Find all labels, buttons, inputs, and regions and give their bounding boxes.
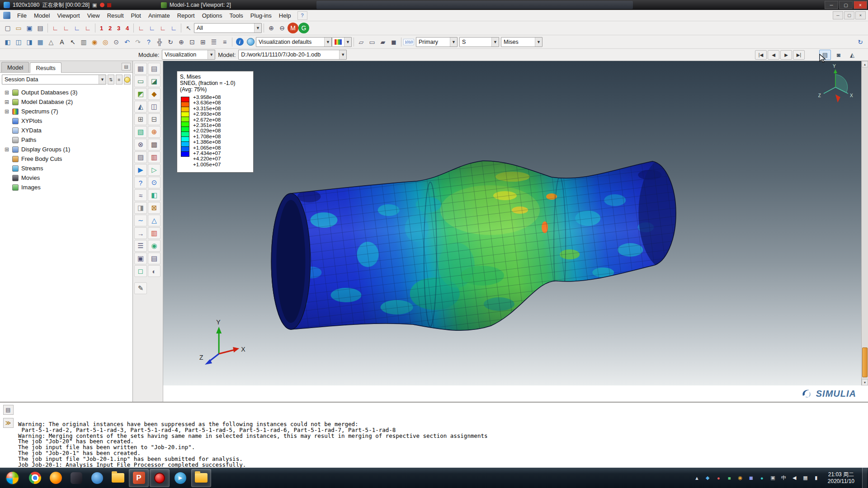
plot-deformed-icon[interactable]: ◪ (148, 75, 160, 87)
create-display-group-icon[interactable]: ▨ (134, 151, 147, 163)
chevron-down-icon[interactable]: ▼ (491, 38, 499, 47)
menu-item[interactable]: Result (104, 11, 127, 20)
allow-multiple-plot-states-icon[interactable]: ◫ (148, 101, 160, 113)
table-icon[interactable]: ▥ (78, 37, 89, 47)
model-dropdown[interactable]: D:/work/11/1110/7/Job-20-1.odb ▼ (238, 50, 347, 60)
close-button[interactable]: × (854, 1, 867, 9)
tray-app-1-icon[interactable]: ◆ (704, 474, 712, 482)
activate-view-cut-icon[interactable]: ◨ (134, 202, 147, 214)
tray-network-icon[interactable]: ▦ (802, 474, 809, 482)
menu-item[interactable]: View (84, 11, 104, 20)
tree-item[interactable]: XYData (0, 126, 132, 135)
datum-circle-icon[interactable]: ◉ (89, 37, 100, 47)
chevron-down-icon[interactable]: ▼ (208, 50, 215, 59)
menu-item[interactable]: Plug-ins (247, 11, 275, 20)
pan-view-icon[interactable]: ╬ (154, 37, 165, 47)
tree-item[interactable]: Free Body Cuts (0, 154, 132, 164)
query-information-icon[interactable]: ? (134, 177, 147, 188)
animation-options-icon[interactable]: ◉ (148, 240, 160, 252)
child-window-control-button[interactable]: ─ (833, 11, 843, 19)
viewport-number-button[interactable]: 1 (97, 23, 106, 33)
viewport-layout-horizontal-icon[interactable]: ◨ (24, 37, 35, 47)
zoom-view-icon[interactable]: ⊕ (176, 37, 187, 47)
plot-material-orientations-icon[interactable]: ◭ (134, 101, 147, 113)
taskbar-clock[interactable]: 21:03 周二 2020/11/10 (823, 471, 859, 485)
superimpose-options-icon[interactable]: ⊟ (148, 113, 160, 125)
field-invariant-dropdown[interactable]: Mises ▼ (501, 37, 542, 47)
viewport-annotation-3-icon[interactable]: ∟ (71, 23, 82, 33)
app-blue-icon[interactable] (87, 469, 107, 487)
firefox-icon[interactable] (46, 469, 66, 487)
animate-harmonic-icon[interactable]: ◭ (846, 50, 858, 60)
menu-item[interactable]: Viewport (53, 11, 83, 20)
color-code-icon[interactable]: ▥ (148, 151, 160, 163)
previous-frame-button[interactable]: ◀ (768, 50, 779, 60)
redo-icon[interactable]: ↷ (132, 37, 143, 47)
viewport-annotation-1-icon[interactable]: ∟ (50, 23, 61, 33)
child-window-control-button[interactable]: × (855, 11, 866, 19)
tab-model[interactable]: Model (1, 62, 29, 72)
chevron-down-icon[interactable]: ▼ (99, 75, 106, 84)
message-log-icon[interactable]: ▤ (3, 405, 14, 415)
viewport-number-button[interactable]: 3 (114, 23, 123, 33)
menu-item[interactable]: Plot (127, 11, 145, 20)
display-options-dropdown[interactable]: Visualization defaults ▼ (256, 37, 332, 47)
selection-pointer-icon[interactable]: ↖ (183, 23, 194, 33)
plot-contours-icon[interactable]: ◩ (134, 88, 147, 100)
view-cut-manager-icon[interactable]: ◧ (148, 189, 160, 201)
orientation-compass-icon[interactable]: Y X Z (818, 64, 853, 103)
orientation-options-icon[interactable]: ⊗ (134, 139, 147, 150)
tray-language-icon[interactable]: 中 (780, 474, 788, 482)
child-window-control-button[interactable]: ▢ (844, 11, 854, 19)
chevron-down-icon[interactable]: ▼ (344, 38, 351, 47)
chevron-down-icon[interactable]: ▼ (339, 50, 346, 59)
save-image-icon[interactable]: ◻ (134, 265, 147, 277)
menu-item[interactable]: File (14, 11, 30, 20)
text-annotation-icon[interactable]: A (57, 37, 67, 47)
symbol-options-icon[interactable]: ⊕ (148, 126, 160, 138)
tray-action-center-icon[interactable]: ▮ (812, 474, 820, 482)
show-desktop-button[interactable] (862, 468, 867, 488)
field-output-icon[interactable]: ▦ (134, 63, 147, 75)
image-options-icon[interactable]: ◐ (148, 265, 160, 277)
color-code-dropdown[interactable]: ▼ (332, 37, 352, 47)
viewport-number-button[interactable]: 4 (123, 23, 132, 33)
tray-volume-icon[interactable]: ◀ (791, 474, 798, 482)
undo-icon[interactable]: ↶ (122, 37, 132, 47)
plot-undeformed-icon[interactable]: ▭ (134, 75, 147, 87)
new-file-icon[interactable]: ▢ (2, 23, 13, 33)
powerpoint-icon[interactable]: P (129, 469, 149, 487)
view-options-icon[interactable]: ☰ (208, 37, 219, 47)
chevron-down-icon[interactable]: ▼ (324, 38, 331, 47)
refresh-odb-icon[interactable]: ↻ (855, 37, 866, 47)
tree-expander-icon[interactable]: ⊞ (4, 108, 9, 115)
field-position-dropdown[interactable]: Primary ▼ (416, 37, 458, 47)
tray-expand-icon[interactable]: ▲ (693, 474, 701, 482)
zoom-out-icon[interactable]: ⊖ (277, 23, 288, 33)
tree-expander-icon[interactable]: ⊞ (4, 89, 9, 96)
record-button-icon[interactable] (100, 3, 104, 7)
path-manager-icon[interactable]: → (134, 227, 147, 239)
scrollbar-thumb[interactable] (862, 347, 868, 377)
animate-scale-factor-icon[interactable]: ▤ (819, 50, 831, 60)
chevron-down-icon[interactable]: ▼ (535, 38, 542, 47)
zoom-in-icon[interactable]: ⊕ (266, 23, 277, 33)
globe-icon[interactable] (245, 37, 256, 47)
tray-app-2-icon[interactable]: ● (715, 474, 722, 482)
menu-item[interactable]: Report (174, 11, 198, 20)
free-body-cut-icon[interactable]: ⊠ (148, 202, 160, 214)
last-frame-button[interactable]: ▶| (793, 50, 805, 60)
save-icon[interactable]: ▣ (24, 23, 35, 33)
box-zoom-icon[interactable]: ⊡ (187, 37, 198, 47)
command-line-icon[interactable]: ≫ (3, 418, 14, 428)
viewport-layout-single-icon[interactable]: ◧ (2, 37, 13, 47)
legend-toggle-icon[interactable]: ∟ (146, 23, 157, 33)
tip-icon[interactable] (124, 75, 131, 84)
tree-expander-icon[interactable]: ⊞ (4, 99, 9, 105)
tree-expander-icon[interactable]: ⊞ (4, 146, 9, 153)
triad-toggle-icon[interactable]: ∟ (136, 23, 146, 33)
session-data-dropdown[interactable]: Session Data ▼ (2, 75, 106, 84)
plot-symbols-icon[interactable]: ◆ (148, 88, 160, 100)
filled-render-icon[interactable]: ◼ (388, 37, 399, 47)
context-help-icon[interactable]: ? (297, 11, 307, 20)
